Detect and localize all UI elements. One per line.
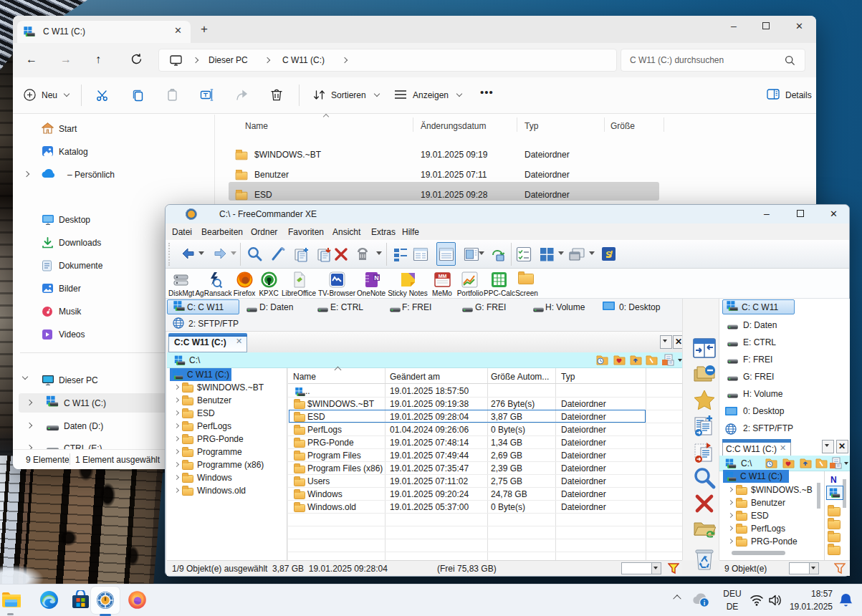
- svg-text:S: S: [605, 249, 612, 260]
- svg-text:N: N: [374, 274, 379, 281]
- svg-text:i: i: [704, 600, 706, 607]
- svg-text:MM: MM: [439, 274, 447, 279]
